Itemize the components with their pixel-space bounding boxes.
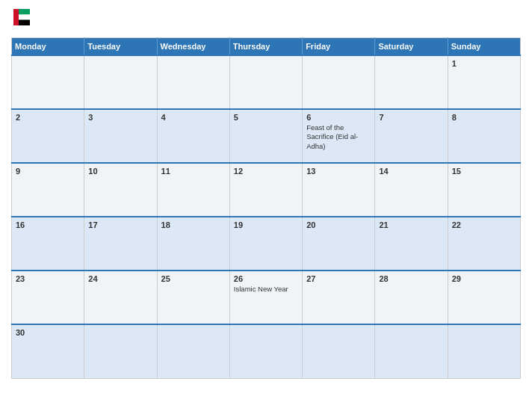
day-number: 30 [16,328,80,337]
day-number: 24 [88,274,152,283]
day-number: 22 [452,220,516,229]
calendar-cell: 11 [157,163,229,217]
day-number: 2 [16,113,80,122]
calendar-cell [375,324,448,378]
day-number: 15 [452,167,516,176]
day-number: 1 [452,59,516,68]
calendar-cell: 21 [375,217,448,271]
weekday-header-wednesday: Wednesday [157,38,229,56]
calendar-cell: 1 [448,55,520,109]
calendar-cell: 7 [375,109,448,163]
calendar-cell [303,55,375,109]
uae-flag-icon [13,9,30,25]
calendar-cell: 22 [448,217,520,271]
day-number: 18 [161,220,226,229]
calendar-cell: 28 [375,271,448,324]
day-number: 21 [379,220,443,229]
calendar-cell [84,55,157,109]
calendar-cell: 6Feast of the Sacrifice (Eid al-Adha) [303,109,375,163]
calendar-cell [12,55,84,109]
calendar-cell: 18 [157,217,229,271]
calendar-cell: 5 [229,109,302,163]
day-number: 20 [306,220,371,229]
logo [11,9,30,25]
day-number: 14 [379,167,443,176]
calendar-cell: 30 [12,324,84,378]
calendar-cell: 24 [84,271,157,324]
day-number: 10 [88,167,152,176]
svg-rect-3 [13,9,19,25]
calendar-cell: 17 [84,217,157,271]
calendar-cell: 12 [229,163,302,217]
day-number: 4 [161,113,226,122]
weekday-header-saturday: Saturday [375,38,448,56]
calendar-cell [229,324,302,378]
day-number: 26 [234,274,298,283]
day-number: 23 [16,274,80,283]
calendar-table: MondayTuesdayWednesdayThursdayFridaySatu… [11,37,521,379]
day-number: 6 [306,113,371,122]
day-number: 16 [16,220,80,229]
calendar-cell: 23 [12,271,84,324]
calendar-cell: 8 [448,109,520,163]
day-number: 29 [452,274,516,283]
calendar-cell: 4 [157,109,229,163]
weekday-header-thursday: Thursday [229,38,302,56]
day-number: 17 [88,220,152,229]
calendar-cell: 15 [448,163,520,217]
calendar-cell: 19 [229,217,302,271]
day-number: 13 [306,167,371,176]
event-text: Islamic New Year [234,285,298,294]
calendar-cell: 2 [12,109,84,163]
calendar-cell: 9 [12,163,84,217]
day-number: 5 [234,113,298,122]
day-number: 7 [379,113,443,122]
calendar-cell: 29 [448,271,520,324]
calendar-cell [157,324,229,378]
calendar-cell: 13 [303,163,375,217]
calendar-cell: 16 [12,217,84,271]
calendar-cell [229,55,302,109]
calendar-cell: 20 [303,217,375,271]
day-number: 28 [379,274,443,283]
day-number: 11 [161,167,226,176]
weekday-header-friday: Friday [303,38,375,56]
calendar-cell: 26Islamic New Year [229,271,302,324]
day-number: 8 [452,113,516,122]
weekday-header-tuesday: Tuesday [84,38,157,56]
day-number: 3 [88,113,152,122]
calendar-cell [303,324,375,378]
day-number: 9 [16,167,80,176]
weekday-header-sunday: Sunday [448,38,520,56]
calendar-cell: 10 [84,163,157,217]
weekday-header-monday: Monday [12,38,84,56]
calendar-cell [157,55,229,109]
calendar-cell: 3 [84,109,157,163]
calendar-cell [375,55,448,109]
day-number: 27 [306,274,371,283]
day-number: 25 [161,274,226,283]
event-text: Feast of the Sacrifice (Eid al-Adha) [306,123,371,151]
day-number: 19 [234,220,298,229]
calendar-cell: 27 [303,271,375,324]
calendar-cell: 25 [157,271,229,324]
calendar-cell [84,324,157,378]
day-number: 12 [234,167,298,176]
calendar-cell: 14 [375,163,448,217]
calendar-cell [448,324,520,378]
